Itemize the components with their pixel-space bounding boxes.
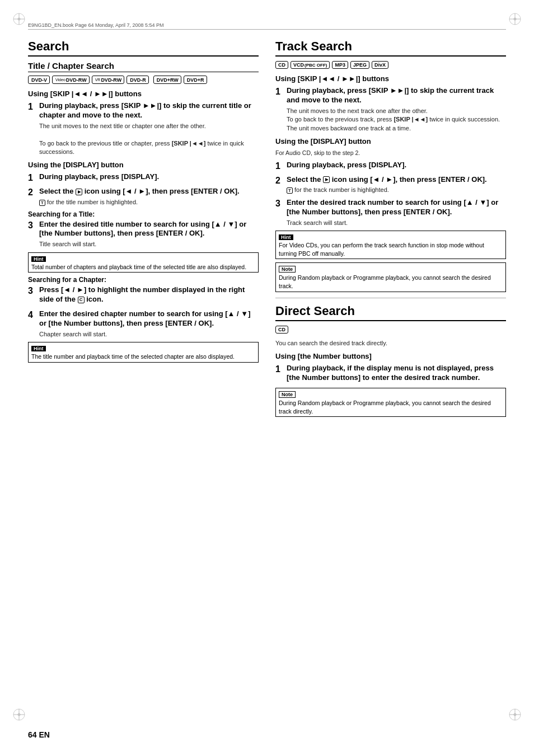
display-button-title-right: Using the [DISPLAY] button: [275, 137, 506, 145]
search-title: Search: [28, 39, 259, 57]
page-number: 64 EN: [28, 730, 50, 739]
left-display-step1: 1 During playback, press [DISPLAY].: [28, 172, 259, 184]
direct-step1-title: During playback, if the display menu is …: [287, 364, 506, 383]
left-chapter-step3: 3 Press [◄ / ►] to highlight the number …: [28, 285, 259, 306]
track-note-text: During Random playback or Programme play…: [279, 274, 503, 290]
left-chapter-step4-title: Enter the desired chapter number to sear…: [39, 309, 259, 328]
corner-decoration-bl: [11, 707, 27, 722]
left-step1-body: The unit moves to the next title or chap…: [39, 122, 259, 157]
right-display-step2: 2 Select the ▶ icon using [◄ / ►], then …: [275, 175, 506, 195]
format-dvd-plus-r: ​DVD+R: [184, 76, 207, 84]
searching-title-label: Searching for a Title:: [28, 210, 259, 218]
track-hint-label: Hint: [279, 234, 293, 240]
chapter-hint-label: Hint: [31, 346, 46, 351]
track-hint-text: For Video CDs, you can perform the track…: [279, 241, 503, 257]
right-step1: 1 During playback, press [SKIP ►►|] to s…: [275, 86, 506, 133]
track-note-label: Note: [279, 266, 296, 273]
left-format-row: ​DVD-V ​VideoDVD-RW ​VRDVD-RW ​DVD-R ​DV…: [28, 76, 259, 84]
left-display-step2-title: Select the ▶ icon using [◄ / ►], then pr…: [39, 187, 259, 196]
title-hint-text: Total number of chapters and playback ti…: [31, 263, 255, 271]
right-display-step3-title: Enter the desired track number to search…: [287, 198, 506, 217]
format-mp3: MP3: [332, 61, 348, 69]
direct-note-text: During Random playback or Programme play…: [279, 399, 503, 415]
chapter-hint-text: The title number and playback time of th…: [31, 353, 255, 361]
direct-step1: 1 During playback, if the display menu i…: [275, 364, 506, 384]
searching-chapter-label: Searching for a Chapter:: [28, 276, 259, 284]
skip-buttons-title-left: Using [SKIP |◄◄ / ►►|] buttons: [28, 90, 259, 98]
format-video-dvd-rw: ​VideoDVD-RW: [52, 76, 90, 84]
direct-search-title: Direct Search: [275, 304, 506, 321]
left-display-step2-body: T for the title number is highlighted.: [39, 198, 259, 206]
right-step1-title: During playback, press [SKIP ►►|] to ski…: [287, 86, 506, 105]
track-icon-right: ▶: [323, 176, 330, 183]
left-display-step1-title: During playback, press [DISPLAY].: [39, 172, 259, 182]
direct-search-format-row: CD: [275, 326, 506, 334]
left-chapter-step4-body: Chapter search will start.: [39, 330, 259, 339]
chapter-hint-box: Hint The title number and playback time …: [28, 342, 259, 363]
format-dvd-plus-rw: ​DVD+RW: [153, 76, 181, 84]
chapter-icon: C: [78, 297, 85, 303]
format-vcd: VCD(PBC OFF): [291, 61, 330, 69]
right-display-step1-title: During playback, press [DISPLAY].: [287, 161, 506, 170]
right-format-row: CD VCD(PBC OFF) MP3 JPEG DivX: [275, 61, 506, 69]
section-divider: [275, 298, 506, 298]
left-title-step3-body: Title search will start.: [39, 240, 259, 248]
left-display-step2: 2 Select the ▶ icon using [◄ / ►], then …: [28, 187, 259, 206]
format-cd: CD: [275, 61, 288, 69]
title-icon-small: T: [39, 200, 45, 206]
track-icon-small-right: T: [287, 187, 293, 194]
page-header: E9NG1BD_EN.book Page 64 Monday, April 7,…: [28, 22, 506, 30]
direct-note-label: Note: [279, 391, 296, 398]
left-chapter-step4: 4 Enter the desired chapter number to se…: [28, 309, 259, 339]
title-hint-label: Hint: [31, 256, 46, 262]
skip-buttons-title-right: Using [SKIP |◄◄ / ►►|] buttons: [275, 74, 506, 83]
display-intro-right: For Audio CD, skip to the step 2.: [275, 149, 506, 157]
track-hint-box: Hint For Video CDs, you can perform the …: [275, 231, 506, 259]
right-display-step2-title: Select the ▶ icon using [◄ / ►], then pr…: [287, 175, 506, 185]
left-title-step3: 3 Enter the desired title number to sear…: [28, 220, 259, 249]
title-hint-box: Hint Total number of chapters and playba…: [28, 252, 259, 273]
track-icon: ▶: [76, 189, 82, 195]
right-column: Track Search CD VCD(PBC OFF) MP3 JPEG Di…: [275, 39, 506, 711]
left-chapter-step3-title: Press [◄ / ►] to highlight the number di…: [39, 285, 259, 304]
direct-search-intro: You can search the desired track directl…: [275, 339, 506, 348]
corner-decoration-tl: [11, 11, 27, 27]
display-button-title-left: Using the [DISPLAY] button: [28, 161, 259, 169]
format-vr-dvd-rw: ​VRDVD-RW: [92, 76, 125, 84]
right-display-step3: 3 Enter the desired track number to sear…: [275, 198, 506, 227]
number-buttons-title: Using [the Number buttons]: [275, 352, 506, 360]
direct-note-box: Note During Random playback or Programme…: [275, 388, 506, 417]
format-dvd-r: ​DVD-R: [127, 76, 149, 84]
right-display-step1: 1 During playback, press [DISPLAY].: [275, 161, 506, 172]
format-divx: DivX: [372, 61, 388, 69]
right-display-step2-body: T for the track number is highlighted.: [287, 186, 506, 194]
left-column: Search Title / Chapter Search ​DVD-V ​Vi…: [28, 39, 259, 711]
corner-decoration-tr: [507, 11, 523, 27]
left-step1-title: During playback, press [SKIP ►►|] to ski…: [39, 101, 259, 120]
format-cd-direct: CD: [275, 326, 288, 334]
header-text: E9NG1BD_EN.book Page 64 Monday, April 7,…: [28, 22, 163, 28]
right-step1-body: The unit moves to the next track one aft…: [287, 107, 506, 133]
format-dvd-v: ​DVD-V: [28, 76, 50, 84]
left-step1: 1 During playback, press [SKIP ►►|] to s…: [28, 101, 259, 156]
right-display-step3-body: Track search will start.: [287, 219, 506, 227]
left-title-step3-title: Enter the desired title number to search…: [39, 220, 259, 239]
track-note-box: Note During Random playback or Programme…: [275, 262, 506, 292]
track-search-title: Track Search: [275, 39, 506, 57]
main-content: Search Title / Chapter Search ​DVD-V ​Vi…: [28, 39, 506, 711]
format-jpeg: JPEG: [350, 61, 369, 69]
title-chapter-search-heading: Title / Chapter Search: [28, 61, 259, 72]
corner-decoration-br: [507, 707, 523, 722]
